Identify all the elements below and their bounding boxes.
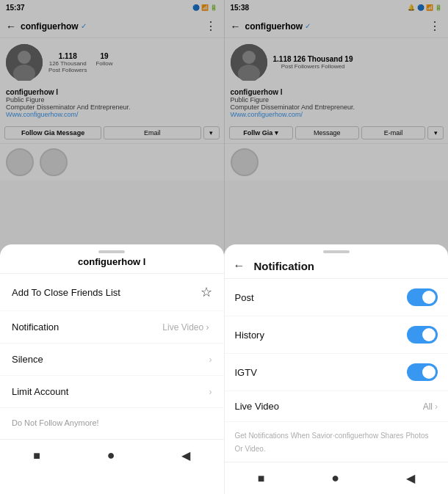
notif-history-label: History [235,330,264,341]
notif-sub-text: Get Notifications When Savior·configuerh… [225,422,449,460]
nav-back-right[interactable]: ◀ [406,471,415,485]
notif-live-label: Live Video [235,401,279,412]
nav-stop-right[interactable]: ■ [258,472,265,485]
menu-item-close-friends[interactable]: Add To Close Friends List ☆ [0,274,224,311]
notif-sub-content: Get Notifications When Savior·configuerh… [235,432,429,453]
notification-label: Notification [12,322,59,333]
nav-bar-right: ■ ● ◀ [225,462,449,494]
right-sheet-handle [323,250,350,253]
menu-item-silence[interactable]: Silence › [0,344,224,376]
notif-row-post[interactable]: Post [225,279,449,316]
nav-home-right[interactable]: ● [331,471,339,486]
menu-item-notification[interactable]: Notification Live Video › [0,311,224,344]
notification-page-title: Notification [254,260,315,272]
limit-account-chevron: › [209,387,212,397]
nav-stop-left[interactable]: ■ [33,449,40,462]
live-video-chevron: › [435,402,438,412]
silence-chevron: › [209,355,212,365]
notification-sub: Live Video › [162,322,209,333]
bottom-sheets-container: configuerhow l Add To Close Friends List… [0,244,448,494]
nav-bar-left: ■ ● ◀ [0,439,224,471]
back-btn-right-sheet[interactable]: ← [234,259,245,272]
limit-account-label: Limit Account [12,386,68,397]
left-sheet: configuerhow l Add To Close Friends List… [0,244,224,494]
sheet-profile-name: configuerhow l [0,256,224,274]
live-video-value: All [423,402,433,412]
star-icon: ☆ [200,284,212,300]
notif-row-history[interactable]: History [225,316,449,354]
right-sheet: ← Notification Post History IGTV Live [224,244,449,494]
silence-label: Silence [12,354,43,365]
menu-item-limit-account[interactable]: Limit Account › [0,376,224,408]
toggle-post[interactable] [407,288,438,306]
notif-igtv-label: IGTV [235,367,257,378]
toggle-igtv[interactable] [407,363,438,381]
notif-post-label: Post [235,292,254,303]
do-not-follow: Do Not Follow Anymore! [0,408,224,436]
nav-home-left[interactable]: ● [107,448,115,463]
left-sheet-handle [98,250,125,253]
toggle-history[interactable] [407,326,438,344]
notif-row-igtv[interactable]: IGTV [225,354,449,391]
notif-row-live-video[interactable]: Live Video All › [225,391,449,422]
do-not-follow-text: Do Not Follow Anymore! [12,418,99,427]
nav-back-left[interactable]: ◀ [181,448,190,462]
close-friends-label: Add To Close Friends List [12,287,120,298]
